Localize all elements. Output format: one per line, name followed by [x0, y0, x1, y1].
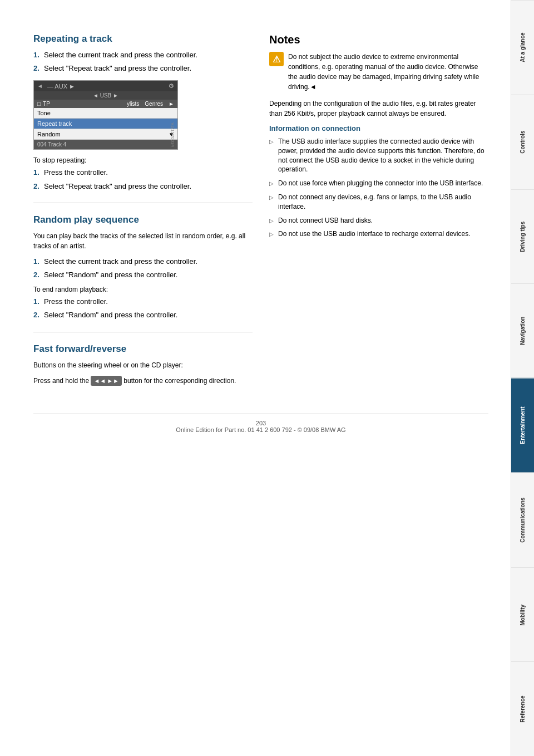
sidebar-tab-label: Driving tips — [520, 221, 526, 252]
screen-top-bar: ◄ — AUX ► ⚙ — [34, 81, 177, 91]
bullet-text: Do not connect any devices, e.g. fans or… — [278, 193, 488, 212]
step-text: Select "Random" and press the controller… — [44, 270, 177, 280]
section2-title: Random play sequence — [33, 214, 253, 225]
info-subheading: Information on connection — [269, 124, 488, 132]
track-label: 004 Track 4 — [37, 141, 66, 148]
para2b-text: button for the corresponding direction. — [123, 377, 236, 385]
fast-fwd-button: ◄◄ ►► — [91, 376, 122, 386]
section2-steps: 1. Select the current track and press th… — [33, 257, 253, 280]
step-num: 2. — [33, 270, 41, 280]
two-col-layout: Repeating a track 1. Select the current … — [33, 33, 488, 391]
step-num: 1. — [33, 297, 41, 307]
divider2 — [33, 332, 253, 332]
section3-title: Fast forward/reverse — [33, 343, 253, 355]
screen-icon: ⚙ — [169, 82, 174, 90]
row-label: Random — [37, 131, 61, 138]
sidebar-tab-controls[interactable]: Controls — [511, 95, 534, 189]
warning-text: Do not subject the audio device to extre… — [288, 52, 488, 92]
screen-watermark: V2/11P0034 — [170, 122, 175, 147]
list-item: 1. Select the current track and press th… — [33, 50, 253, 60]
sidebar-tab-navigation[interactable]: Navigation — [511, 283, 534, 378]
section1-steps: 1. Select the current track and press th… — [33, 50, 253, 73]
list-item: 2. Select "Repeat track" and press the c… — [33, 63, 253, 73]
row-label: Repeat track — [37, 120, 72, 127]
end-steps: 1. Press the controller. 2. Select "Rand… — [33, 297, 253, 320]
bullet-icon: ▷ — [269, 194, 275, 212]
list-item: 1. Select the current track and press th… — [33, 257, 253, 267]
bullet-icon: ▷ — [269, 180, 275, 188]
list-item: ▷ Do not connect USB hard disks. — [269, 216, 488, 225]
bullet-icon: ▷ — [269, 230, 275, 239]
usb-label: ◄ USB ► — [93, 92, 118, 99]
nav-arrow: ► — [169, 101, 174, 107]
step-text: Select "Repeat track" and press the cont… — [44, 181, 191, 192]
footer-text: Online Edition for Part no. 01 41 2 600 … — [176, 426, 345, 433]
step-text: Select the current track and press the c… — [44, 257, 197, 267]
sidebar-tab-label: Reference — [520, 695, 526, 722]
section2-intro: You can play back the tracks of the sele… — [33, 231, 253, 251]
col-left: Repeating a track 1. Select the current … — [33, 33, 253, 391]
step-num: 1. — [33, 168, 41, 178]
tab-ylists: ylists — [127, 101, 139, 107]
sidebar-tab-label: Entertainment — [520, 407, 526, 444]
section1-title: Repeating a track — [33, 33, 253, 45]
sidebar-tab-at-a-glance[interactable]: At a glance — [511, 0, 534, 95]
sidebar-tab-driving-tips[interactable]: Driving tips — [511, 189, 534, 284]
bullet-text: Do not use force when plugging the conne… — [278, 179, 483, 188]
list-item: 1. Press the controller. — [33, 168, 253, 178]
notes-title: Notes — [269, 33, 488, 46]
page-number: 203 — [256, 420, 266, 426]
sidebar-tab-label: Controls — [520, 131, 526, 154]
to-end-label: To end random playback: — [33, 286, 253, 293]
list-item: 2. Select "Random" and press the control… — [33, 310, 253, 320]
left-arrow-icon: ◄ — [37, 83, 43, 89]
step-num: 2. — [33, 63, 41, 73]
main-content: Repeating a track 1. Select the current … — [0, 0, 511, 756]
tp-label: TP — [43, 101, 50, 107]
step-text: Select the current track and press the c… — [44, 50, 197, 60]
tp-checkbox: □ — [37, 101, 41, 107]
bullet-list: ▷ The USB audio interface supplies the c… — [269, 137, 488, 239]
list-item: ▷ Do not connect any devices, e.g. fans … — [269, 193, 488, 212]
list-item: 2. Select "Random" and press the control… — [33, 270, 253, 280]
to-stop-label: To stop repeating: — [33, 156, 253, 164]
sidebar-tab-label: At a glance — [520, 33, 526, 62]
tab-genres: Genres — [145, 101, 163, 107]
notes-normal-para: Depending on the configuration of the au… — [269, 99, 488, 119]
section3-para2: Press and hold the ◄◄ ►► button for the … — [33, 376, 253, 386]
list-item: ▷ Do not use the USB audio interface to … — [269, 229, 488, 239]
sidebar-tab-communications[interactable]: Communications — [511, 473, 534, 567]
step-num: 1. — [33, 50, 41, 60]
step-text: Press the controller. — [44, 297, 108, 307]
screen-row-repeat: Repeat track — [34, 119, 177, 129]
bullet-text: Do not use the USB audio interface to re… — [278, 229, 471, 239]
step-num: 2. — [33, 310, 41, 320]
step-num: 1. — [33, 257, 41, 267]
screen-tabs: ylists Genres ► — [127, 101, 174, 107]
warning-box: ⚠ Do not subject the audio device to ext… — [269, 52, 488, 92]
list-item: 2. Select "Repeat track" and press the c… — [33, 181, 253, 192]
screen-top-label: — AUX ► — [47, 83, 75, 90]
sidebar-tab-mobility[interactable]: Mobility — [511, 567, 534, 662]
step-text: Press the controller. — [44, 168, 108, 178]
step-text: Select "Random" and press the controller… — [44, 310, 177, 320]
screen-usb-bar: ◄ USB ► — [34, 91, 177, 100]
step-text: Select "Repeat track" and press the cont… — [44, 63, 191, 73]
section3-para1: Buttons on the steering wheel or on the … — [33, 360, 253, 370]
sidebar-tab-label: Mobility — [520, 604, 526, 625]
page-container: Repeating a track 1. Select the current … — [0, 0, 534, 756]
btn-right: ►► — [107, 376, 119, 386]
screen-row-random: Random ▼ — [34, 129, 177, 140]
list-item: ▷ The USB audio interface supplies the c… — [269, 137, 488, 174]
bullet-text: Do not connect USB hard disks. — [278, 216, 373, 225]
sidebar-tab-entertainment[interactable]: Entertainment — [511, 378, 534, 473]
sidebar-tab-label: Navigation — [520, 317, 526, 345]
page-footer: 203 Online Edition for Part no. 01 41 2 … — [33, 414, 488, 433]
screen-row-tone: Tone — [34, 108, 177, 119]
step-num: 2. — [33, 181, 41, 192]
screen-menu-header: □ TP ylists Genres ► — [34, 100, 177, 108]
btn-left: ◄◄ — [93, 376, 106, 386]
sidebar-tab-reference[interactable]: Reference — [511, 661, 534, 756]
stop-steps: 1. Press the controller. 2. Select "Repe… — [33, 168, 253, 191]
sidebar-tab-label: Communications — [520, 498, 526, 543]
